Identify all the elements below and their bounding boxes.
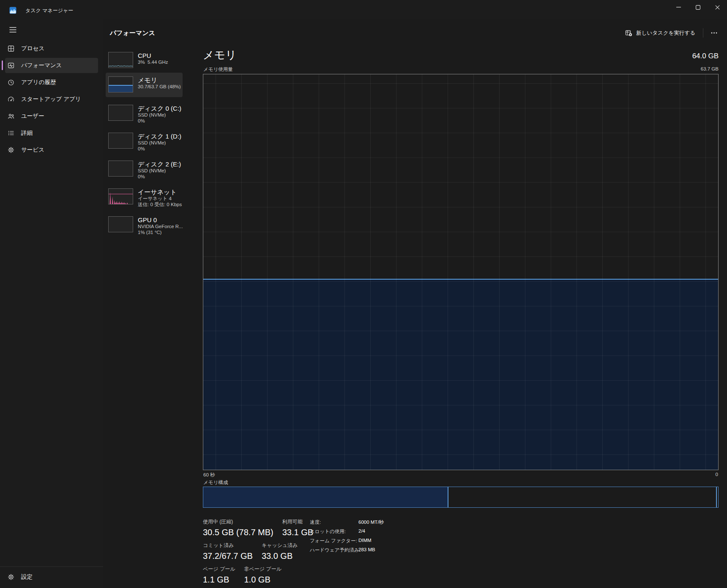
perf-item-cpu[interactable]: CPU 3% 5.44 GHz: [106, 48, 183, 73]
perf-item-name: ディスク 2 (E:): [138, 161, 181, 168]
close-button[interactable]: [708, 0, 727, 14]
main-content: パフォーマンス 新しいタスクを実行する CPU 3% 5.44 GHz: [103, 19, 727, 588]
detail-value: DIMM: [358, 538, 372, 544]
stat-label: キャッシュ済み: [262, 542, 298, 549]
sidebar-spacer: [0, 158, 103, 566]
perf-item-stat: 1% (31 °C): [138, 229, 183, 235]
sidebar-item-startup-apps[interactable]: スタートアップ アプリ: [5, 92, 98, 107]
stat-label: 使用中 (圧縮): [203, 518, 273, 525]
perf-item-name: メモリ: [138, 76, 181, 84]
users-icon: [8, 113, 14, 120]
sidebar-nav: プロセス パフォーマンス アプリの履歴 スタートアップ アプリ ユーザー: [0, 41, 103, 158]
perf-item-ethernet[interactable]: イーサネット イーサネット 4 送信: 0 受信: 0 Kbps: [106, 183, 183, 211]
minimize-button[interactable]: [669, 0, 688, 14]
startup-apps-icon: [8, 96, 14, 103]
stat-committed: コミット済み 37.2/67.7 GB: [203, 542, 253, 561]
composition-reserved: [716, 487, 718, 507]
stat-cached: キャッシュ済み 33.0 GB: [262, 542, 298, 561]
sidebar-item-users[interactable]: ユーザー: [5, 109, 98, 124]
sidebar-item-label: パフォーマンス: [21, 62, 62, 69]
sidebar-item-details[interactable]: 詳細: [5, 125, 98, 141]
stat-label: コミット済み: [203, 542, 253, 549]
usage-chart-label: メモリ使用量: [203, 66, 233, 73]
time-axis-right: 0: [716, 472, 718, 478]
sidebar-item-performance[interactable]: パフォーマンス: [5, 58, 98, 73]
app-history-icon: [8, 79, 14, 86]
perf-item-memory[interactable]: メモリ 30.7/63.7 GB (48%): [106, 73, 183, 97]
services-icon: [8, 147, 14, 153]
sidebar-item-settings[interactable]: 設定: [5, 569, 98, 585]
stat-available: 利用可能 33.1 GB: [282, 518, 313, 537]
maximize-button[interactable]: [688, 0, 708, 14]
sidebar-item-label: 詳細: [21, 129, 33, 137]
gpu0-minichart: [108, 216, 133, 232]
stat-paged-pool: ページ プール 1.1 GB: [203, 566, 235, 585]
detail-label: フォーム ファクター:: [310, 538, 358, 544]
disk1-minichart: [108, 133, 133, 149]
perf-item-stat: 3% 5.44 GHz: [138, 59, 168, 65]
perf-item-disk2[interactable]: ディスク 2 (E:) SSD (NVMe) 0%: [106, 155, 183, 183]
perf-item-type: イーサネット 4: [138, 196, 182, 201]
stat-label: 利用可能: [282, 518, 313, 525]
details-icon: [8, 130, 14, 136]
stat-value: 1.1 GB: [203, 575, 235, 585]
sidebar-item-label: プロセス: [21, 45, 44, 52]
memory-capacity: 64.0 GB: [692, 52, 719, 60]
close-icon: [715, 5, 720, 10]
selection-pill: [2, 60, 3, 70]
detail-value: 2/4: [358, 528, 365, 535]
maximize-icon: [696, 5, 700, 10]
perf-item-type: NVIDIA GeForce R...: [138, 223, 183, 229]
sidebar-item-processes[interactable]: プロセス: [5, 41, 98, 56]
perf-item-name: ディスク 1 (D:): [138, 133, 181, 140]
navigation-menu-button[interactable]: [5, 22, 20, 37]
hardware-details: 速度: 6000 MT/秒 スロットの使用: 2/4 フォーム ファクター: D…: [310, 519, 384, 556]
perf-item-gpu0[interactable]: GPU 0 NVIDIA GeForce R... 1% (31 °C): [106, 211, 183, 239]
memory-stats: 使用中 (圧縮) 30.5 GB (78.7 MB) 利用可能 33.1 GB …: [203, 518, 719, 588]
sidebar-item-label: アプリの履歴: [21, 79, 56, 86]
memory-usage-graph: [203, 74, 719, 470]
detail-form-factor: フォーム ファクター: DIMM: [310, 538, 384, 544]
page-title: パフォーマンス: [110, 29, 155, 37]
app-title: タスク マネージャー: [25, 7, 73, 14]
perf-item-type: SSD (NVMe): [138, 168, 181, 174]
stat-row: ページ プール 1.1 GB 非ページ プール 1.0 GB: [203, 566, 719, 585]
perf-item-stat: 0%: [138, 174, 181, 180]
memory-graph-grid: [203, 74, 718, 470]
sidebar-item-services[interactable]: サービス: [5, 142, 98, 158]
perf-item-type: SSD (NVMe): [138, 112, 181, 118]
perf-item-type: SSD (NVMe): [138, 140, 181, 146]
settings-area: 設定: [0, 566, 103, 588]
memory-minichart-fill: [109, 85, 133, 92]
memory-minichart: [108, 76, 133, 93]
detail-value: 283 MB: [358, 547, 375, 553]
detail-value: 6000 MT/秒: [358, 519, 384, 525]
stat-label: 非ページ プール: [244, 566, 281, 573]
perf-item-disk1[interactable]: ディスク 1 (D:) SSD (NVMe) 0%: [106, 128, 183, 155]
stat-value: 37.2/67.7 GB: [203, 551, 253, 561]
perf-item-name: ディスク 0 (C:): [138, 105, 181, 112]
stat-value: 30.5 GB (78.7 MB): [203, 528, 273, 537]
disk0-minichart: [108, 105, 133, 121]
minimize-icon: [676, 7, 681, 8]
sidebar-item-app-history[interactable]: アプリの履歴: [5, 75, 98, 90]
perf-item-stat: 0%: [138, 146, 181, 152]
ethernet-minichart: [108, 188, 133, 204]
stat-in-use: 使用中 (圧縮) 30.5 GB (78.7 MB): [203, 518, 273, 537]
perf-item-stat: 送信: 0 受信: 0 Kbps: [138, 201, 182, 207]
memory-composition-bar: [203, 487, 719, 508]
perf-item-disk0[interactable]: ディスク 0 (C:) SSD (NVMe) 0%: [106, 100, 183, 128]
sidebar-item-label: ユーザー: [21, 112, 44, 120]
stat-row: 使用中 (圧縮) 30.5 GB (78.7 MB) 利用可能 33.1 GB: [203, 518, 719, 537]
stat-non-paged-pool: 非ページ プール 1.0 GB: [244, 566, 281, 585]
time-axis-left: 60 秒: [203, 472, 215, 478]
disk2-minichart: [108, 161, 133, 177]
stat-value: 33.0 GB: [262, 551, 298, 561]
detail-label: 速度:: [310, 519, 358, 525]
sidebar: プロセス パフォーマンス アプリの履歴 スタートアップ アプリ ユーザー: [0, 19, 103, 588]
stat-row: コミット済み 37.2/67.7 GB キャッシュ済み 33.0 GB: [203, 542, 719, 561]
sidebar-item-label: 設定: [21, 573, 33, 581]
stat-label: ページ プール: [203, 566, 235, 573]
cpu-minichart: [108, 52, 133, 68]
stat-value: 33.1 GB: [282, 528, 313, 537]
